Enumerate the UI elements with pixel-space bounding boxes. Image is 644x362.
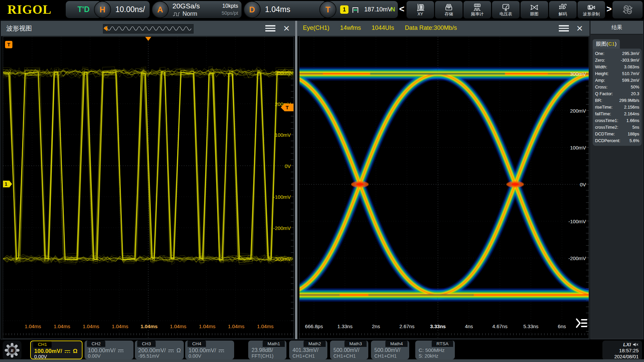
result-label: Amp: bbox=[595, 77, 605, 84]
result-label: BR: bbox=[595, 97, 602, 104]
system-status-box[interactable]: LXI 18:57:25 2024/08/01 bbox=[602, 341, 642, 360]
results-tab-label: 眼图( bbox=[596, 41, 608, 48]
eye-panel-header: Eye(CH1) 14wfms 1044UIs Data Rate:300Mb/… bbox=[298, 21, 589, 37]
memory-depth: 10kpts bbox=[222, 2, 238, 10]
result-value: -303.9mV bbox=[621, 57, 639, 64]
results-title: 结果 bbox=[591, 21, 643, 35]
bottom-bar: R CH1 100.00mV/ Ω 0.00V CH2 100.00mV/ 0.… bbox=[0, 340, 644, 362]
eye-panel-titles: Eye(CH1) 14wfms 1044UIs Data Rate:300Mb/… bbox=[303, 24, 457, 32]
tool-xy[interactable]: XY bbox=[407, 1, 434, 18]
waveform-panel-header: 波形视图 × bbox=[1, 21, 295, 37]
horizontal-settings[interactable]: H 10.00ns/ bbox=[94, 1, 150, 18]
tool-voltmeter[interactable]: 电压表 bbox=[492, 1, 520, 18]
acquire-settings[interactable]: A 20GSa/s Norm 10kpts 50ps/pt bbox=[152, 1, 241, 18]
tool-decode[interactable]: 解码 bbox=[549, 1, 577, 18]
math-source: CH1+CH1 bbox=[333, 353, 356, 359]
voltmeter-icon bbox=[501, 3, 510, 12]
math-scale: 401.33mV/ bbox=[292, 347, 318, 353]
result-row: Height:510.7mV bbox=[595, 70, 639, 77]
trigger-pulse-icon bbox=[352, 6, 362, 14]
impedance-label: Ω bbox=[176, 347, 181, 354]
eye-diagram-icon bbox=[530, 3, 539, 12]
math-source: CH1+CH1 bbox=[374, 353, 396, 359]
channel-offset: -95.51mV bbox=[138, 353, 159, 359]
delay-settings[interactable]: D 1.04ms bbox=[244, 1, 326, 18]
channel-box-ch2[interactable]: CH2 100.00mV/ 0.00V bbox=[85, 341, 133, 359]
result-value: 295.3mV bbox=[622, 50, 639, 57]
waveform-plot bbox=[3, 37, 293, 339]
channel-box-ch1[interactable]: CH1 100.00mV/ Ω 0.00V bbox=[30, 341, 83, 359]
expand-results-icon[interactable] bbox=[576, 318, 588, 328]
tool-storage[interactable]: 存储 bbox=[435, 1, 463, 18]
math-scale: 23.98dB/ bbox=[252, 347, 273, 353]
result-label: Zero: bbox=[595, 57, 605, 64]
system-time: 18:57:25 bbox=[602, 347, 639, 354]
toolbar-scroll-right[interactable]: > bbox=[606, 4, 612, 14]
tool-eye[interactable]: 眼图 bbox=[521, 1, 548, 18]
acquire-knob[interactable]: A bbox=[152, 1, 169, 18]
result-value: 188ps bbox=[628, 131, 639, 137]
waveform-menu-button[interactable] bbox=[265, 25, 275, 33]
preview-pan-left-icon[interactable] bbox=[104, 26, 107, 31]
channel-box-ch3[interactable]: CH3 200.00mV/ Ω -95.51mV bbox=[135, 341, 184, 359]
trigger-indicator-badge: T bbox=[5, 41, 12, 48]
channel-box-ch4[interactable]: CH4 100.00mV/ 0.00V bbox=[185, 341, 234, 359]
eye-diagram-plot bbox=[300, 37, 589, 339]
math-box-math4[interactable]: Math4 500.00mV/ CH1+CH1 bbox=[371, 341, 409, 359]
result-row: Width:3.083ns bbox=[595, 64, 639, 70]
refresh-waveforms-icon bbox=[622, 4, 633, 15]
eye-grid[interactable]: 300mV200mV100mV0V-100mV-200mV 666.8ps1.3… bbox=[299, 37, 589, 339]
result-label: fallTime: bbox=[595, 111, 611, 117]
result-value: 599.2mV bbox=[622, 77, 639, 84]
rtsa-center-freq: C: 500MHz bbox=[419, 347, 445, 353]
tool-record[interactable]: 波形录制 bbox=[578, 1, 605, 18]
dc-coupling-icon bbox=[117, 349, 124, 353]
trigger-settings[interactable]: T 1 187.10mV N bbox=[319, 1, 398, 18]
tool-counter[interactable]: 频率计 bbox=[464, 1, 491, 18]
tool-label: 波形录制 bbox=[583, 12, 600, 16]
waveform-grid[interactable]: 300mV200mV100mV0V-100mV-200mV-300mV 1.04… bbox=[3, 37, 294, 339]
channel-offset: 0.00V bbox=[88, 353, 101, 359]
math-box-math2[interactable]: Math2 401.33mV/ CH1+CH1 bbox=[289, 341, 327, 359]
toolbar-scroll-left[interactable]: < bbox=[399, 4, 405, 14]
result-row: riseTime:2.156ns bbox=[595, 104, 639, 111]
settings-gear-button[interactable]: R bbox=[3, 341, 21, 360]
waveform-preview-strip[interactable] bbox=[103, 24, 194, 34]
math-scale: 500.00mV/ bbox=[374, 347, 400, 353]
bottom-strip bbox=[0, 359, 644, 362]
sample-rate: 20GSa/s bbox=[172, 2, 200, 10]
eye-menu-button[interactable] bbox=[559, 25, 569, 33]
channel-tab: CH3 bbox=[137, 341, 156, 347]
result-value: 20.3 bbox=[631, 90, 639, 97]
svg-text:R: R bbox=[10, 348, 14, 353]
result-value: 299.9Mb/s bbox=[619, 97, 639, 104]
result-label: Width: bbox=[595, 64, 607, 70]
tool-switch-view[interactable] bbox=[612, 1, 643, 18]
eye-diagram-panel: Eye(CH1) 14wfms 1044UIs Data Rate:300Mb/… bbox=[297, 21, 590, 339]
channel-scale: 100.00mV/ bbox=[34, 348, 62, 355]
trigger-position-icon[interactable] bbox=[145, 37, 151, 44]
delay-knob[interactable]: D bbox=[244, 1, 261, 18]
trigger-knob[interactable]: T bbox=[319, 1, 336, 18]
result-row: BR:299.9Mb/s bbox=[595, 97, 639, 104]
horizontal-knob[interactable]: H bbox=[94, 1, 111, 18]
acquire-left-col: 20GSa/s Norm bbox=[172, 2, 200, 17]
speaker-muted-icon bbox=[633, 342, 639, 347]
top-bar: RIGOL T'D H 10.00ns/ A 20GSa/s Norm 10kp… bbox=[0, 0, 644, 19]
result-row: crossTime1:1.66ns bbox=[595, 117, 639, 124]
storage-icon bbox=[444, 3, 453, 12]
result-label: Height: bbox=[595, 70, 609, 77]
waveform-panel-title: 波形视图 bbox=[6, 24, 32, 33]
math-tab: Math2 bbox=[304, 341, 326, 347]
math-box-math3[interactable]: Math3 500.00mV/ CH1+CH1 bbox=[330, 341, 368, 359]
results-tab-channel: C1 bbox=[608, 41, 615, 47]
math-box-math1[interactable]: Math1 23.98dB/ FFT(CH1) bbox=[248, 341, 286, 359]
waveform-close-button[interactable]: × bbox=[281, 21, 292, 36]
rtsa-span: S: 20kHz bbox=[419, 353, 438, 359]
channel-tab: CH1 bbox=[33, 341, 52, 348]
eye-close-button[interactable]: × bbox=[574, 21, 585, 36]
rtsa-box[interactable]: RTSA C: 500MHz S: 20kHz bbox=[415, 341, 455, 359]
results-tab-eye-c1[interactable]: 眼图(C1) bbox=[593, 39, 620, 49]
results-sidebar: 结果 眼图(C1) One:295.3mVZero:-303.9mVWidth:… bbox=[590, 21, 643, 339]
channel-offset: 0.00V bbox=[34, 354, 47, 359]
